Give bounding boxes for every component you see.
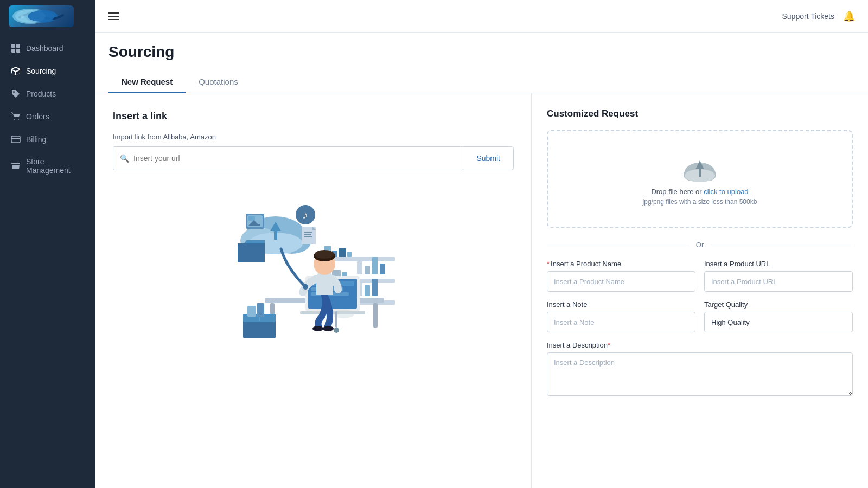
note-quality-row: Insert a Note Target Quality High Qualit…	[547, 300, 853, 332]
svg-rect-18	[357, 261, 362, 274]
right-panel: Customized Request Drop file here or cli…	[532, 93, 868, 488]
upload-area[interactable]: Drop file here or click to upload jpg/pn…	[547, 130, 853, 228]
quality-label: Target Quality	[704, 300, 853, 309]
svg-rect-14	[347, 252, 352, 257]
content-area: Insert a link Import link from Alibaba, …	[95, 93, 868, 488]
support-tickets-link[interactable]: Support Tickets	[782, 12, 835, 21]
tabs: New Request Quotations	[108, 72, 855, 93]
main-content: Support Tickets 🔔 Sourcing New Request Q…	[95, 0, 868, 488]
svg-point-37	[312, 326, 323, 331]
cloud-upload-icon	[682, 153, 717, 188]
upload-text: Drop file here or click to upload	[651, 188, 748, 196]
product-name-url-row: *Insert a Product Name Insert a Product …	[547, 260, 853, 292]
hamburger-menu[interactable]	[108, 12, 119, 20]
box-icon	[11, 66, 21, 76]
svg-rect-60	[247, 306, 256, 317]
customized-request-title: Customized Request	[547, 108, 853, 119]
svg-point-1	[25, 10, 58, 23]
brand-logo	[9, 5, 74, 27]
sidebar-item-sourcing[interactable]: Sourcing	[0, 60, 95, 82]
left-panel: Insert a link Import link from Alibaba, …	[95, 93, 532, 488]
product-url-field: Insert a Product URL	[704, 260, 853, 292]
quality-field: Target Quality High Quality Medium Quali…	[704, 300, 853, 332]
hamburger-line	[108, 16, 119, 17]
grid-icon	[11, 43, 21, 53]
url-input-row: 🔍 Submit	[113, 146, 514, 170]
sidebar-item-label: Sourcing	[26, 67, 56, 75]
store-icon	[11, 161, 21, 171]
svg-rect-35	[335, 311, 337, 328]
product-name-field: *Insert a Product Name	[547, 260, 695, 292]
or-line-right	[710, 245, 853, 245]
import-label: Import link from Alibaba, Amazon	[113, 133, 514, 141]
svg-rect-20	[372, 257, 378, 274]
svg-rect-61	[257, 303, 264, 317]
or-text: Or	[696, 241, 704, 249]
svg-rect-55	[304, 234, 311, 235]
sidebar-item-orders[interactable]: Orders	[0, 105, 95, 128]
svg-rect-56	[304, 236, 312, 237]
svg-rect-7	[11, 136, 20, 143]
svg-text:♪: ♪	[302, 209, 308, 221]
note-label: Insert a Note	[547, 300, 695, 309]
product-url-input[interactable]	[704, 271, 853, 292]
notification-bell-icon[interactable]: 🔔	[843, 10, 855, 22]
product-url-label: Insert a Product URL	[704, 260, 853, 268]
quality-select[interactable]: High Quality Medium Quality Low Quality	[704, 312, 853, 332]
tab-new-request[interactable]: New Request	[108, 72, 186, 93]
sourcing-illustration: ♪	[221, 192, 406, 344]
tab-quotations[interactable]: Quotations	[186, 72, 251, 93]
svg-rect-24	[372, 279, 378, 296]
search-icon: 🔍	[120, 154, 129, 163]
illustration: ♪	[113, 192, 514, 344]
cart-icon	[11, 112, 21, 121]
billing-icon	[11, 134, 21, 144]
logo	[0, 0, 95, 33]
url-input[interactable]	[133, 154, 456, 163]
or-divider: Or	[547, 241, 853, 249]
sidebar-item-billing[interactable]: Billing	[0, 128, 95, 151]
svg-rect-19	[365, 266, 370, 274]
hamburger-line	[108, 19, 119, 20]
hamburger-line	[108, 12, 119, 14]
submit-button[interactable]: Submit	[463, 146, 514, 170]
topbar-right: Support Tickets 🔔	[782, 10, 856, 22]
sidebar-item-label: Products	[26, 89, 56, 98]
or-line-left	[547, 245, 690, 245]
click-to-upload-link[interactable]: click to upload	[704, 188, 748, 196]
svg-point-38	[323, 326, 334, 331]
svg-rect-4	[16, 44, 20, 48]
sidebar-item-label: Store Management	[26, 157, 85, 175]
upload-subtext: jpg/png files with a size less than 500k…	[643, 198, 757, 206]
sidebar-item-products[interactable]: Products	[0, 82, 95, 105]
topbar-left	[108, 12, 119, 20]
svg-rect-23	[365, 285, 370, 296]
svg-point-2	[21, 15, 24, 18]
svg-rect-5	[11, 49, 15, 53]
sidebar-item-dashboard[interactable]: Dashboard	[0, 37, 95, 60]
sidebar-nav: Dashboard Sourcing Products Orders	[0, 33, 95, 488]
product-name-input[interactable]	[547, 271, 695, 292]
svg-rect-49	[248, 216, 255, 221]
sidebar-item-label: Dashboard	[26, 44, 63, 53]
topbar: Support Tickets 🔔	[95, 0, 868, 33]
sidebar-item-store-management[interactable]: Store Management	[0, 151, 95, 181]
sidebar-item-label: Orders	[26, 112, 49, 121]
svg-rect-27	[373, 303, 378, 328]
svg-rect-3	[11, 44, 15, 48]
url-input-wrapper: 🔍	[113, 146, 463, 170]
note-input[interactable]	[547, 312, 695, 332]
description-textarea[interactable]	[547, 352, 853, 396]
sidebar-item-label: Billing	[26, 135, 46, 144]
sidebar: Dashboard Sourcing Products Orders	[0, 0, 95, 488]
tag-icon	[11, 89, 21, 99]
insert-link-title: Insert a link	[113, 111, 514, 122]
svg-point-36	[334, 328, 339, 333]
svg-point-0	[12, 9, 48, 24]
svg-rect-21	[380, 264, 385, 274]
svg-rect-13	[339, 248, 346, 257]
page-title: Sourcing	[108, 43, 855, 61]
description-label: Insert a Description*	[547, 341, 853, 349]
svg-rect-54	[304, 232, 312, 233]
description-field: Insert a Description*	[547, 341, 853, 398]
